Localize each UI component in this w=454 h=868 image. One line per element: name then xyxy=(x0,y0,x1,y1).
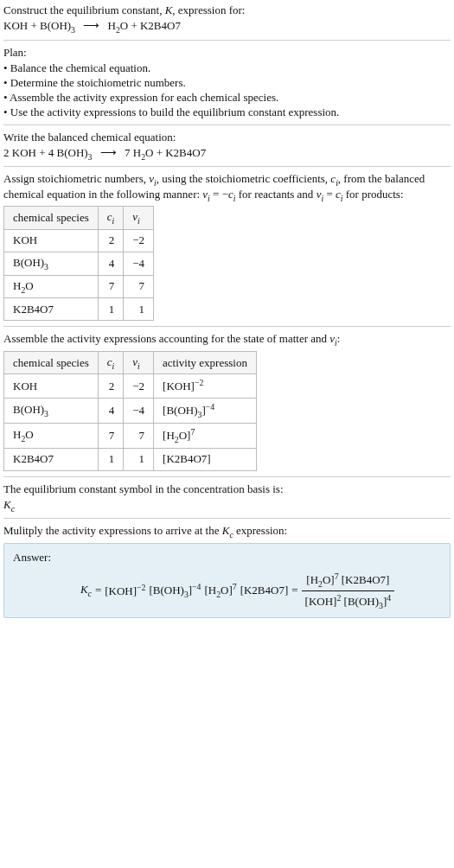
txt: for reactants and xyxy=(236,188,317,201)
rhs-a: H xyxy=(107,19,115,32)
answer-label: Answer: xyxy=(13,551,441,565)
th-activity: activity expression xyxy=(154,351,257,374)
equals: = xyxy=(291,584,297,597)
table-row: K2B4O7 1 1 xyxy=(4,298,154,321)
cell-nu: 1 xyxy=(124,448,154,470)
rhs-b: O + K2B4O7 xyxy=(145,146,206,159)
divider xyxy=(3,40,451,41)
intro-section: Construct the equilibrium constant, K, e… xyxy=(3,3,451,35)
sub: 3 xyxy=(71,25,75,35)
cell-species: K2B4O7 xyxy=(4,298,99,321)
fraction: [H2O]7 [K2B4O7] [KOH]2 [B(OH)3]4 xyxy=(302,571,394,610)
th-species: chemical species xyxy=(4,207,99,230)
cell-species: H2O xyxy=(4,423,99,448)
kc: Kc xyxy=(80,583,92,598)
kc-expression: Kc = [KOH]−2 [B(OH)3]−4 [H2O]7 [K2B4O7] … xyxy=(13,571,441,610)
balanced-equation: 2 KOH + 4 B(OH)3 ⟶ 7 H2O + K2B4O7 xyxy=(3,146,451,162)
balanced-title: Write the balanced chemical equation: xyxy=(3,131,451,144)
th-species: chemical species xyxy=(4,351,99,374)
term: [KOH]−2 xyxy=(105,583,145,598)
term: [H2O]7 xyxy=(204,582,236,599)
cell-species: KOH xyxy=(4,374,99,398)
th-c: ci xyxy=(98,207,124,230)
rhs-a: 7 H xyxy=(125,146,141,159)
cell-activity: [KOH]−2 xyxy=(154,374,257,398)
cell-nu: −2 xyxy=(124,374,154,398)
bullet: • Assemble the activity expression for e… xyxy=(3,91,451,105)
cell-activity: [K2B4O7] xyxy=(154,448,257,470)
cell-nu: 7 xyxy=(124,275,154,298)
cell-nu: 7 xyxy=(124,423,154,448)
table-row: B(OH)3 4 −4 [B(OH)3]−4 xyxy=(4,398,257,423)
txt: Construct the equilibrium constant, xyxy=(3,3,165,16)
arrow-icon: ⟶ xyxy=(95,146,122,159)
numerator: [H2O]7 [K2B4O7] xyxy=(302,571,394,591)
cell-species: KOH xyxy=(4,229,99,252)
denominator: [KOH]2 [B(OH)3]4 xyxy=(302,591,394,610)
table-row: K2B4O7 1 1 [K2B4O7] xyxy=(4,448,257,470)
lhs: 2 KOH + 4 B(OH) xyxy=(3,146,88,159)
txt: for products: xyxy=(342,188,403,201)
bullet: • Determine the stoichiometric numbers. xyxy=(3,76,451,90)
cell-nu: −4 xyxy=(124,252,154,275)
term: [B(OH)3]−4 xyxy=(149,582,201,599)
assign-section: Assign stoichiometric numbers, νi, using… xyxy=(3,172,451,321)
cell-species: B(OH)3 xyxy=(4,252,99,275)
activity-title: Assemble the activity expressions accoun… xyxy=(3,332,451,348)
cell-nu: 1 xyxy=(124,298,154,321)
th-c: ci xyxy=(98,351,124,374)
cell-c: 4 xyxy=(98,252,124,275)
answer-box: Answer: Kc = [KOH]−2 [B(OH)3]−4 [H2O]7 [… xyxy=(3,543,451,618)
plan-section: Plan: • Balance the chemical equation. •… xyxy=(3,46,451,119)
txt: = xyxy=(323,188,336,201)
txt: = − xyxy=(210,188,228,201)
lhs: KOH + B(OH) xyxy=(3,19,71,32)
table-header: chemical species ci νi xyxy=(4,207,154,230)
table-row: KOH 2 −2 xyxy=(4,229,154,252)
basis-line: The equilibrium constant symbol in the c… xyxy=(3,482,451,496)
plan-list: • Balance the chemical equation. • Deter… xyxy=(3,61,451,119)
cell-c: 4 xyxy=(98,398,124,423)
bullet: • Balance the chemical equation. xyxy=(3,61,451,75)
cell-c: 1 xyxy=(98,298,124,321)
equals: = xyxy=(95,584,101,597)
activity-section: Assemble the activity expressions accoun… xyxy=(3,332,451,470)
cell-c: 1 xyxy=(98,448,124,470)
stoich-table: chemical species ci νi KOH 2 −2 B(OH)3 4… xyxy=(3,206,154,321)
cell-activity: [H2O]7 xyxy=(154,423,257,448)
divider xyxy=(3,166,451,167)
table-header: chemical species ci νi activity expressi… xyxy=(4,351,257,374)
activity-table: chemical species ci νi activity expressi… xyxy=(3,351,257,471)
cell-species: K2B4O7 xyxy=(4,448,99,470)
intro-line1: Construct the equilibrium constant, K, e… xyxy=(3,3,451,17)
table-row: H2O 7 7 xyxy=(4,275,154,298)
divider xyxy=(3,326,451,327)
cell-c: 7 xyxy=(98,423,124,448)
th-nu: νi xyxy=(124,207,154,230)
cell-species: B(OH)3 xyxy=(4,398,99,423)
txt: , expression for: xyxy=(172,3,245,16)
divider xyxy=(3,518,451,519)
divider xyxy=(3,476,451,477)
balanced-section: Write the balanced chemical equation: 2 … xyxy=(3,131,451,162)
assign-paragraph: Assign stoichiometric numbers, νi, using… xyxy=(3,172,451,202)
term: [K2B4O7] xyxy=(240,584,289,597)
bullet: • Use the activity expressions to build … xyxy=(3,105,451,119)
cell-c: 2 xyxy=(98,374,124,398)
unbalanced-equation: KOH + B(OH)3 ⟶ H2O + K2B4O7 xyxy=(3,19,451,35)
sub: 3 xyxy=(88,151,93,161)
txt: Assign stoichiometric numbers, xyxy=(3,172,149,185)
cell-c: 7 xyxy=(98,275,124,298)
kc-symbol: Kc xyxy=(3,498,451,514)
cell-nu: −4 xyxy=(124,398,154,423)
arrow-icon: ⟶ xyxy=(78,19,105,32)
divider xyxy=(3,124,451,125)
basis-section: The equilibrium constant symbol in the c… xyxy=(3,482,451,514)
multiply-line: Mulitply the activity expressions to arr… xyxy=(3,524,451,539)
th-nu: νi xyxy=(124,351,154,374)
cell-c: 2 xyxy=(98,229,124,252)
cell-activity: [B(OH)3]−4 xyxy=(154,398,257,423)
table-row: KOH 2 −2 [KOH]−2 xyxy=(4,374,257,398)
cell-species: H2O xyxy=(4,275,99,298)
table-row: B(OH)3 4 −4 xyxy=(4,252,154,275)
